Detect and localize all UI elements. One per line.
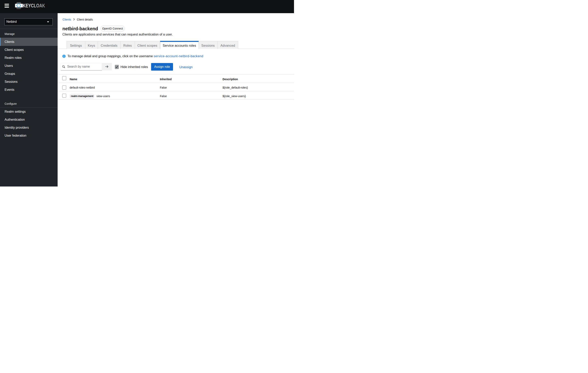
- svg-text:KEYCLOAK: KEYCLOAK: [23, 3, 45, 8]
